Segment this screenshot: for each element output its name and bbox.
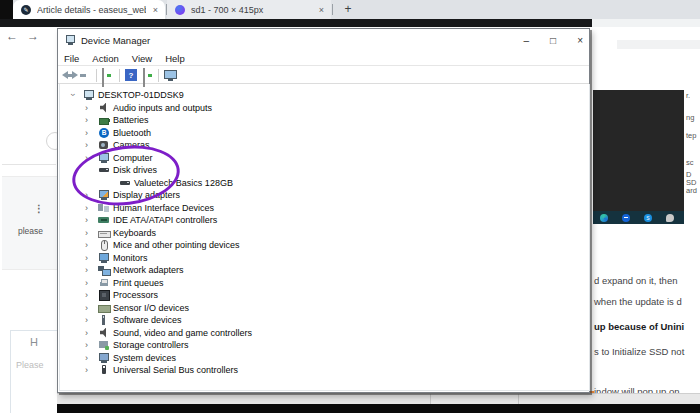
chevron-right-icon[interactable]: › [85, 264, 88, 276]
device-manager-window: Device Manager – □ × FileActionViewHelp … [57, 28, 590, 393]
menu-item-help[interactable]: Help [165, 53, 185, 64]
article-text-fragment: when the update is d [594, 296, 682, 307]
close-icon[interactable]: × [319, 5, 324, 15]
scan-hardware-icon[interactable] [164, 70, 177, 79]
help-icon[interactable]: ? [125, 69, 137, 81]
toolbar-separator [119, 69, 120, 82]
chevron-right-icon[interactable]: › [85, 102, 88, 114]
close-button[interactable]: × [577, 35, 583, 46]
chevron-right-icon[interactable]: › [85, 252, 88, 264]
browser-tab-strip: ✎ Article details - easeus_webnews × sd1… [0, 0, 700, 19]
input-placeholder-fragment: Please [16, 360, 44, 370]
article-text-fragment: r. [686, 91, 690, 100]
tree-item-label: Processors [113, 289, 158, 301]
browser-toolbar-dark-band [0, 19, 592, 27]
tree-item[interactable]: ›Bluetooth [58, 127, 578, 139]
tree-item[interactable]: ›Mice and other pointing devices [58, 239, 578, 251]
pen-icon: ✎ [21, 5, 31, 15]
tree-item-label: Batteries [113, 114, 149, 126]
tree-item[interactable]: ›Software devices [58, 314, 578, 326]
battery-icon [98, 115, 110, 126]
article-text-fragment: ard [686, 186, 697, 195]
tab-title: sd1 - 700 × 415px [191, 5, 312, 15]
tree-item[interactable]: ›Monitors [58, 252, 578, 264]
tree-item-label: Mice and other pointing devices [113, 239, 240, 251]
form-heading-fragment: H [30, 336, 38, 348]
menu-item-view[interactable]: View [132, 53, 152, 64]
tree-item-label: Print queues [113, 277, 164, 289]
close-icon[interactable]: × [153, 5, 158, 15]
tree-item[interactable]: ›Sensor I/O devices [58, 302, 578, 314]
tree-item-label: Storage controllers [113, 339, 189, 351]
chevron-down-icon[interactable]: › [67, 93, 79, 96]
chevron-right-icon[interactable]: › [85, 314, 88, 326]
maximize-button[interactable]: □ [550, 35, 556, 46]
tree-item-label: IDE ATA/ATAPI controllers [113, 214, 217, 226]
tree-item[interactable]: ›Batteries [58, 114, 578, 126]
kebab-menu-icon[interactable]: ⋮ [34, 203, 44, 214]
tree-item[interactable]: ›Print queues [58, 277, 578, 289]
embedded-taskbar: S [593, 211, 684, 224]
chevron-right-icon[interactable]: › [85, 227, 88, 239]
pointer-icon [666, 214, 674, 222]
new-tab-button[interactable]: + [340, 1, 356, 17]
sound-icon [98, 328, 110, 339]
tab-article-details[interactable]: ✎ Article details - easeus_webnews × [13, 0, 165, 19]
chevron-right-icon[interactable]: › [85, 239, 88, 251]
network-icon [98, 265, 110, 276]
tree-item[interactable]: ›System devices [58, 352, 578, 364]
minimize-button[interactable]: – [524, 35, 530, 46]
chevron-right-icon[interactable]: › [85, 139, 88, 151]
system-icon [98, 353, 110, 364]
audio-icon [98, 103, 110, 114]
tree-item-label: Sensor I/O devices [113, 302, 189, 314]
tree-item[interactable]: ›Sound, video and game controllers [58, 327, 578, 339]
chevron-right-icon[interactable]: › [85, 202, 88, 214]
article-text-fragment: s to Initialize SSD not [594, 346, 684, 357]
menu-item-action[interactable]: Action [92, 53, 118, 64]
menu-item-file[interactable]: File [64, 53, 79, 64]
browser-forward-icon[interactable]: → [27, 29, 39, 43]
tree-item[interactable]: ›Processors [58, 289, 578, 301]
browser-back-icon[interactable]: ← [6, 29, 18, 43]
printer-icon [98, 278, 110, 289]
title-bar[interactable]: Device Manager – □ × [58, 29, 589, 51]
toolbar-separator [158, 69, 159, 82]
toolbar: ? [58, 65, 589, 84]
tree-item[interactable]: ›Storage controllers [58, 339, 578, 351]
chevron-right-icon[interactable]: › [85, 339, 88, 351]
chevron-right-icon[interactable]: › [85, 277, 88, 289]
tree-item[interactable]: ›Network adapters [58, 264, 578, 276]
chevron-right-icon[interactable]: › [85, 352, 88, 364]
monitor2-icon [98, 253, 110, 264]
tree-item[interactable]: ›IDE ATA/ATAPI controllers [58, 214, 578, 226]
storage-icon [98, 340, 110, 351]
tree-item[interactable]: ›DESKTOP-01DDSK9 [58, 89, 578, 101]
chevron-right-icon[interactable]: › [85, 327, 88, 339]
sensor-icon [98, 303, 110, 314]
menu-bar: FileActionViewHelp [58, 51, 589, 65]
tree-item[interactable]: ›Keyboards [58, 227, 578, 239]
tab-sd1-image[interactable]: sd1 - 700 × 415px × [167, 0, 331, 19]
tree-item[interactable]: ›Universal Serial Bus controllers [58, 364, 578, 376]
bluetooth-icon [98, 128, 110, 139]
tab-separator [166, 4, 167, 15]
article-text-fragment: tep [686, 131, 696, 140]
tree-item[interactable]: ›Audio inputs and outputs [58, 102, 578, 114]
device-manager-icon [65, 35, 76, 45]
article-text-fragment: indow will pop up on [594, 386, 680, 393]
tree-item-label: Keyboards [113, 227, 156, 239]
toolbar-separator [96, 69, 97, 82]
chevron-right-icon[interactable]: › [85, 302, 88, 314]
chevron-right-icon[interactable]: › [85, 364, 88, 376]
chevron-right-icon[interactable]: › [85, 114, 88, 126]
tree-item-label: Network adapters [113, 264, 184, 276]
mouse-icon [98, 240, 110, 251]
ide-icon [98, 215, 110, 226]
chevron-right-icon[interactable]: › [85, 127, 88, 139]
chevron-right-icon[interactable]: › [85, 214, 88, 226]
tree-item-label: DESKTOP-01DDSK9 [98, 89, 184, 101]
chevron-right-icon[interactable]: › [85, 289, 88, 301]
article-text-fragment: sc [686, 158, 694, 167]
article-text-fragment: up because of Unini [594, 321, 684, 332]
